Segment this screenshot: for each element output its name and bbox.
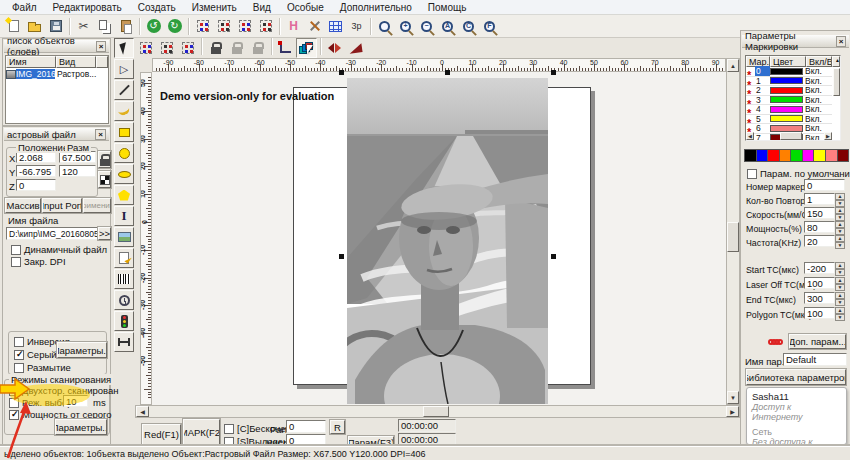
node-edit-tool[interactable]: ▷ <box>114 59 134 79</box>
mirror-horizontal-icon[interactable] <box>324 38 345 58</box>
frequency-field[interactable]: 20 <box>804 235 835 247</box>
horizontal-scroll-thumb[interactable] <box>423 406 449 417</box>
column-header-name[interactable]: Имя <box>6 56 56 68</box>
pen-hscroll-thumb[interactable] <box>780 132 802 140</box>
scroll-down-icon[interactable]: ▼ <box>727 391 739 404</box>
lock-icon[interactable] <box>205 38 226 58</box>
param-name-field[interactable]: Default <box>783 353 847 366</box>
anchor-grid-button[interactable] <box>98 171 111 188</box>
copy-icon[interactable] <box>94 16 115 36</box>
array-edit-icon[interactable] <box>156 38 177 58</box>
connector-tool[interactable] <box>114 332 134 352</box>
blur-checkbox[interactable]: Размытие <box>14 362 71 373</box>
scroll-left-icon[interactable]: ◀ <box>136 406 149 417</box>
polygon-tool[interactable] <box>114 185 134 205</box>
menu-item[interactable]: Помощь <box>420 2 475 13</box>
close-icon[interactable] <box>95 129 106 140</box>
column-header-extra[interactable] <box>96 56 108 68</box>
spinner[interactable] <box>835 207 845 221</box>
open-icon[interactable] <box>24 16 45 36</box>
unlock-icon[interactable] <box>226 38 247 58</box>
zoom-page-icon[interactable]: C <box>458 16 479 36</box>
menu-item[interactable]: Редактировать <box>45 2 130 13</box>
color-column-header[interactable]: Цвет <box>770 56 806 67</box>
vertical-scrollbar[interactable]: ▲ ▼ <box>726 58 740 405</box>
marker-number-field[interactable]: 0 <box>804 179 845 191</box>
y-position-field[interactable]: -66.795 <box>16 165 56 177</box>
power-field[interactable]: 80 <box>804 221 835 233</box>
pick-object-icon[interactable] <box>296 38 317 58</box>
tools-icon[interactable] <box>304 16 325 36</box>
barcode-tool[interactable] <box>114 269 134 289</box>
menu-item[interactable]: Изменить <box>184 2 245 13</box>
y-size-field[interactable]: 120 <box>59 165 96 177</box>
io-control-tool[interactable] <box>114 311 134 331</box>
menu-item[interactable]: Дополнительно <box>332 2 420 13</box>
lock-aspect-button[interactable] <box>98 151 111 168</box>
hatch-icon[interactable]: H <box>283 16 304 36</box>
new-icon[interactable] <box>3 16 24 36</box>
advanced-params-button[interactable]: Доп. парам... <box>789 334 846 349</box>
menu-item[interactable]: Вид <box>245 2 279 13</box>
close-icon[interactable] <box>96 41 106 52</box>
node-edit-icon[interactable] <box>234 16 255 36</box>
menu-item[interactable]: Особые <box>279 2 332 13</box>
select-tool[interactable] <box>114 38 134 58</box>
zoom-out-icon[interactable]: − <box>416 16 437 36</box>
selection-handle[interactable] <box>339 254 344 259</box>
node-add-icon[interactable] <box>213 16 234 36</box>
zoom-fit-icon[interactable]: F <box>479 16 500 36</box>
curve-tool[interactable] <box>114 101 134 121</box>
dpi-checkbox[interactable]: Закр. DPI <box>11 256 66 267</box>
red-preview-button[interactable]: Red(F1) <box>142 424 181 445</box>
spinner[interactable] <box>835 307 845 321</box>
bitmap-tool[interactable] <box>114 227 134 247</box>
path-snap-icon[interactable] <box>275 38 296 58</box>
dynamic-file-checkbox[interactable]: Динамичный файл <box>11 244 107 255</box>
zoom-in-icon[interactable]: + <box>395 16 416 36</box>
palette-color-swatch[interactable] <box>837 149 850 162</box>
params-3p-icon[interactable]: 3р <box>346 16 367 36</box>
scroll-right-icon[interactable]: ▶ <box>824 132 832 140</box>
mark-button[interactable]: МАРК(F2) <box>183 419 220 445</box>
spinner[interactable] <box>835 277 845 291</box>
selection-handle[interactable] <box>339 70 344 75</box>
scroll-right-icon[interactable]: ▶ <box>726 406 739 417</box>
laser-off-tc-field[interactable]: 100 <box>804 277 835 289</box>
rectangle-tool[interactable] <box>114 122 134 142</box>
spinner[interactable] <box>835 292 845 306</box>
menu-item[interactable]: Файл <box>4 2 45 13</box>
delay-tool[interactable] <box>114 290 134 310</box>
undo-icon[interactable]: ↺ <box>143 16 164 36</box>
paste-icon[interactable] <box>115 16 136 36</box>
array-button[interactable]: Массив <box>5 198 41 213</box>
menu-item[interactable]: Создать <box>130 2 184 13</box>
pen-scroll-thumb[interactable] <box>833 68 840 96</box>
browse-button[interactable]: >> <box>98 227 111 240</box>
photo-image[interactable] <box>347 78 548 404</box>
gray-checkbox[interactable]: Серый <box>14 349 57 360</box>
save-icon[interactable] <box>45 16 66 36</box>
speed-field[interactable]: 150 <box>804 207 835 219</box>
array-copy-icon[interactable] <box>135 38 156 58</box>
spinner[interactable] <box>835 262 845 276</box>
reset-count-button[interactable]: R <box>330 420 345 434</box>
canvas-viewport[interactable]: Demo version-only for evaluation <box>152 72 726 405</box>
array-grid-icon[interactable] <box>177 38 198 58</box>
circle-tool[interactable] <box>114 143 134 163</box>
gray-params-button[interactable]: Параметры... <box>57 342 107 358</box>
close-icon[interactable] <box>836 36 846 47</box>
start-tc-field[interactable]: -200 <box>804 262 835 274</box>
spinner[interactable] <box>835 235 845 249</box>
mirror-vertical-icon[interactable] <box>345 38 366 58</box>
text-tool[interactable]: I <box>114 206 134 226</box>
filename-field[interactable]: D:\кипр\IMG_20160805_ <box>6 227 98 240</box>
scroll-up-icon[interactable]: ▲ <box>727 59 739 72</box>
part-count-field[interactable]: 0 <box>286 420 326 433</box>
end-tc-field[interactable]: 300 <box>804 292 835 304</box>
scroll-left-icon[interactable]: ◀ <box>746 132 754 140</box>
vertical-scroll-thumb[interactable] <box>727 222 739 252</box>
zoom-icon[interactable] <box>374 16 395 36</box>
selection-handle[interactable] <box>445 70 450 75</box>
object-row[interactable]: IMG_2016 Растров... <box>6 68 108 80</box>
